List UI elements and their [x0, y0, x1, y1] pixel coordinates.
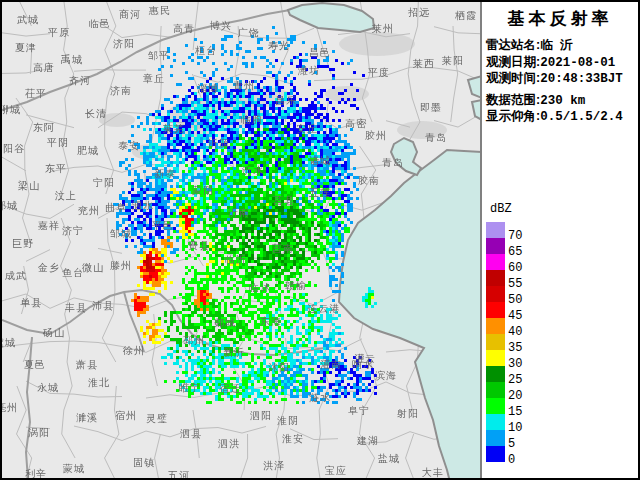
legend-swatch — [486, 430, 505, 446]
info-row: 观测日期:2021-08-01 — [486, 55, 638, 72]
legend-unit-label: dBZ — [490, 202, 512, 216]
radar-map[interactable]: 武城平原商河临邑夏津济阳禹城高唐齐河济南茌平聊城长清章丘惠民高青博兴广饶寿光桓台… — [2, 2, 480, 478]
info-value: 20:48:33BJT — [540, 72, 623, 86]
info-row: 观测时间:20:48:33BJT — [486, 71, 638, 88]
legend-swatch — [486, 382, 505, 398]
info-value: 2021-08-01 — [540, 56, 615, 70]
legend-entry: 55 — [486, 270, 546, 286]
legend-entry: 25 — [486, 366, 546, 382]
legend-swatch — [486, 286, 505, 302]
legend-swatch — [486, 222, 505, 238]
legend-swatch — [486, 366, 505, 382]
legend-swatch — [486, 398, 505, 414]
legend-swatch — [486, 254, 505, 270]
legend-entry: 30 — [486, 350, 546, 366]
info-label: 数据范围: — [486, 93, 540, 107]
legend-value: 0 — [508, 453, 515, 467]
info-label: 观测时间: — [486, 71, 540, 85]
legend-entry: 20 — [486, 382, 546, 398]
info-row: 显示仰角:0.5/1.5/2.4 — [486, 109, 638, 126]
info-label: 观测日期: — [486, 55, 540, 69]
legend-entry: 0 — [486, 446, 546, 462]
legend-entry: 60 — [486, 254, 546, 270]
legend-entry: 10 — [486, 414, 546, 430]
info-row: 数据范围:230 km — [486, 93, 638, 110]
info-value: 230 km — [540, 94, 585, 108]
info-label: 雷达站名: — [486, 38, 540, 52]
radar-product-window: 武城平原商河临邑夏津济阳禹城高唐齐河济南茌平聊城长清章丘惠民高青博兴广饶寿光桓台… — [0, 0, 640, 480]
legend-entry: 70 — [486, 222, 546, 238]
legend-entry: 50 — [486, 286, 546, 302]
legend-entry: 5 — [486, 430, 546, 446]
legend-swatch — [486, 238, 505, 254]
legend-swatch — [486, 446, 505, 462]
legend-entry: 40 — [486, 318, 546, 334]
info-value: 临 沂 — [540, 39, 573, 53]
legend-entry: 45 — [486, 302, 546, 318]
legend: 7065605550454035302520151050 — [486, 222, 546, 462]
legend-swatch — [486, 318, 505, 334]
legend-swatch — [486, 302, 505, 318]
info-list: 雷达站名:临 沂观测日期:2021-08-01观测时间:20:48:33BJT数… — [482, 38, 638, 126]
info-panel: 基本反射率 雷达站名:临 沂观测日期:2021-08-01观测时间:20:48:… — [480, 2, 638, 478]
info-label: 显示仰角: — [486, 109, 540, 123]
info-value: 0.5/1.5/2.4 — [540, 110, 623, 124]
legend-swatch — [486, 350, 505, 366]
legend-swatch — [486, 414, 505, 430]
legend-entry: 35 — [486, 334, 546, 350]
info-row: 雷达站名:临 沂 — [486, 38, 638, 55]
legend-entry: 15 — [486, 398, 546, 414]
radar-canvas[interactable] — [2, 2, 480, 478]
legend-swatch — [486, 334, 505, 350]
legend-entry: 65 — [486, 238, 546, 254]
panel-title: 基本反射率 — [482, 7, 638, 30]
legend-swatch — [486, 270, 505, 286]
